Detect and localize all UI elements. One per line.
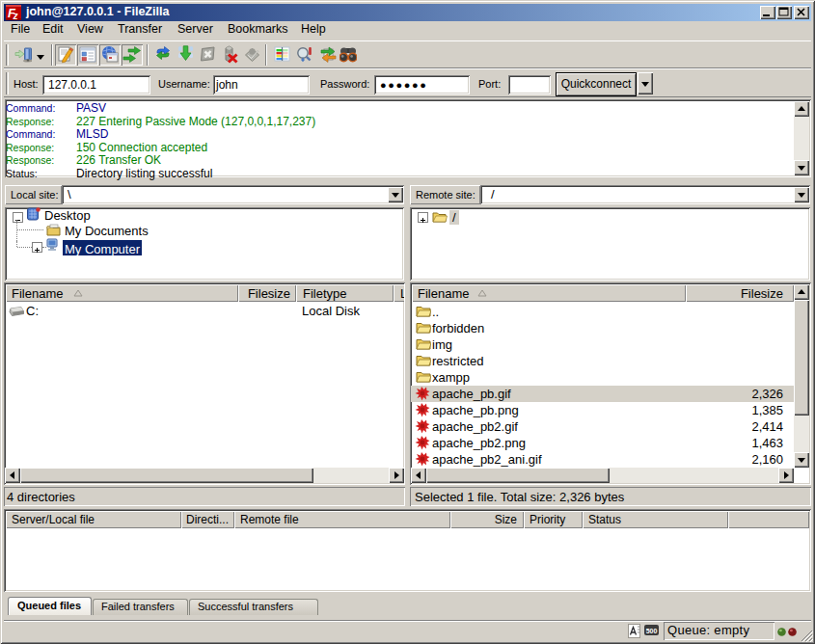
svg-text:500: 500 xyxy=(646,628,658,634)
svg-text:z: z xyxy=(13,11,18,21)
